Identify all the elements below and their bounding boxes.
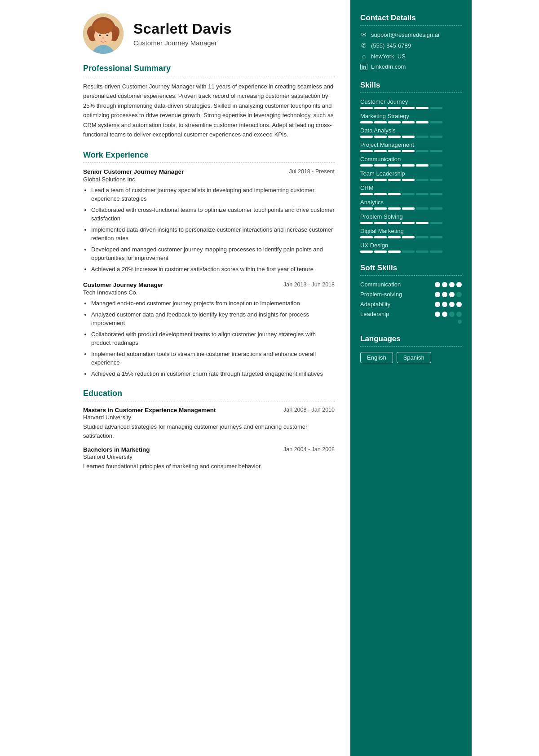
job-2-bullet-2: Analyzed customer data and feedback to i… — [91, 310, 335, 328]
skill-bar-seg-0-5 — [430, 107, 442, 109]
skill-item-8: Problem Solving — [360, 213, 462, 224]
job-1-bullets: Lead a team of customer journey speciali… — [83, 186, 335, 274]
job-1-dates: Jul 2018 - Present — [289, 168, 335, 175]
soft-dot-3-3 — [456, 312, 462, 317]
skill-bar-seg-0-0 — [360, 107, 373, 109]
soft-dot-2-1 — [442, 302, 447, 307]
soft-dot-1-3 — [456, 292, 462, 297]
skill-bar-seg-4-0 — [360, 164, 373, 167]
skill-bar-seg-8-0 — [360, 222, 373, 224]
skill-bar-seg-8-4 — [416, 222, 429, 224]
edu-2-degree: Bachelors in Marketing — [83, 446, 150, 453]
resume-header: Scarlett Davis Customer Journey Manager — [83, 13, 335, 54]
skill-bar-seg-1-4 — [416, 121, 429, 123]
contact-linkedin-text: LinkedIn.com — [371, 63, 406, 70]
skill-bars-10 — [360, 251, 462, 253]
job-1-header: Senior Customer Journey Manager Jul 2018… — [83, 168, 335, 175]
job-2-bullet-5: Achieved a 15% reduction in customer chu… — [91, 369, 335, 378]
skill-bar-seg-1-0 — [360, 121, 373, 123]
education-title: Education — [83, 389, 335, 398]
job-2-title: Customer Journey Manager — [83, 281, 163, 288]
skill-item-3: Project Management — [360, 141, 462, 152]
skill-bar-seg-5-4 — [416, 179, 429, 181]
skill-bars-4 — [360, 164, 462, 167]
soft-dot-2-3 — [456, 302, 462, 307]
skills-divider — [360, 92, 462, 93]
skill-bar-seg-8-3 — [402, 222, 415, 224]
skill-bar-seg-10-4 — [416, 251, 429, 253]
skill-bar-seg-0-1 — [374, 107, 387, 109]
job-2-header: Customer Journey Manager Jan 2013 - Jun … — [83, 281, 335, 288]
skill-bar-seg-2-1 — [374, 136, 387, 138]
skill-bars-5 — [360, 179, 462, 181]
candidate-name: Scarlett Davis — [133, 21, 232, 37]
skill-bar-seg-3-1 — [374, 150, 387, 152]
skill-bar-seg-10-1 — [374, 251, 387, 253]
skill-bars-0 — [360, 107, 462, 109]
languages-title: Languages — [360, 334, 462, 343]
sidebar: Contact Details ✉ support@resumedesign.a… — [350, 0, 472, 756]
skill-bar-seg-6-4 — [416, 193, 429, 195]
job-2-bullets: Managed end-to-end customer journey proj… — [83, 299, 335, 378]
skill-bar-seg-1-1 — [374, 121, 387, 123]
soft-skills-title: Soft Skills — [360, 264, 462, 273]
skill-bar-seg-1-2 — [388, 121, 401, 123]
linkedin-icon: in — [360, 64, 367, 70]
soft-dot-0-0 — [435, 282, 440, 287]
skill-bar-seg-9-1 — [374, 236, 387, 238]
skill-bars-2 — [360, 136, 462, 138]
edu-1-header: Masters in Customer Experience Managemen… — [83, 407, 335, 413]
soft-skill-dots-0 — [435, 282, 462, 287]
languages-divider — [360, 346, 462, 347]
skill-bar-seg-1-5 — [430, 121, 442, 123]
skill-bar-seg-6-0 — [360, 193, 373, 195]
edu-1-desc: Studied advanced strategies for managing… — [83, 422, 335, 440]
skill-bar-seg-10-3 — [402, 251, 415, 253]
summary-divider — [83, 76, 335, 76]
summary-text: Results-driven Customer Journey Manager … — [83, 82, 335, 140]
svg-point-12 — [106, 35, 108, 36]
skills-section: Skills Customer JourneyMarketing Strateg… — [360, 81, 462, 253]
skill-bar-seg-5-3 — [402, 179, 415, 181]
job-1-bullet-5: Achieved a 20% increase in customer sati… — [91, 265, 335, 274]
contact-location: ⌂ NewYork, US — [360, 53, 462, 60]
skill-bar-seg-9-3 — [402, 236, 415, 238]
skill-bar-seg-4-4 — [416, 164, 429, 167]
edu-1-school: Harvard University — [83, 414, 335, 421]
skill-item-10: UX Design — [360, 242, 462, 253]
skill-label-9: Digital Marketing — [360, 228, 462, 234]
skill-bar-seg-6-1 — [374, 193, 387, 195]
skill-bar-seg-9-4 — [416, 236, 429, 238]
header-info: Scarlett Davis Customer Journey Manager — [133, 21, 232, 47]
skill-label-1: Marketing Strategy — [360, 113, 462, 119]
skill-bar-seg-4-1 — [374, 164, 387, 167]
skill-bar-seg-6-2 — [388, 193, 401, 195]
edu-2-dates: Jan 2004 - Jan 2008 — [283, 446, 335, 453]
skill-bar-seg-7-1 — [374, 207, 387, 210]
job-2-company: Tech Innovations Co. — [83, 289, 335, 296]
summary-section: Professional Summary Results-driven Cust… — [83, 64, 335, 140]
job-2-bullet-1: Managed end-to-end customer journey proj… — [91, 299, 335, 308]
skill-bar-seg-4-5 — [430, 164, 442, 167]
soft-skills-section: Soft Skills CommunicationProblem-solving… — [360, 264, 462, 324]
soft-dot-0-3 — [456, 282, 462, 287]
job-2: Customer Journey Manager Jan 2013 - Jun … — [83, 281, 335, 378]
skill-bar-seg-8-5 — [430, 222, 442, 224]
skill-bars-1 — [360, 121, 462, 123]
contact-email-text: support@resumedesign.ai — [371, 31, 439, 38]
contact-divider — [360, 25, 462, 26]
soft-skill-item-0: Communication — [360, 281, 462, 288]
skill-item-9: Digital Marketing — [360, 228, 462, 238]
soft-skill-dots-3 — [435, 312, 462, 317]
experience-divider — [83, 163, 335, 163]
job-2-bullet-4: Implemented automation tools to streamli… — [91, 350, 335, 367]
skill-bar-seg-6-3 — [402, 193, 415, 195]
skill-item-1: Marketing Strategy — [360, 113, 462, 123]
job-1: Senior Customer Journey Manager Jul 2018… — [83, 168, 335, 274]
skill-label-3: Project Management — [360, 141, 462, 148]
avatar — [83, 13, 124, 54]
skill-bar-seg-0-3 — [402, 107, 415, 109]
soft-dot-3-1 — [442, 312, 447, 317]
job-1-title: Senior Customer Journey Manager — [83, 168, 184, 175]
skill-bar-seg-7-5 — [430, 207, 442, 210]
